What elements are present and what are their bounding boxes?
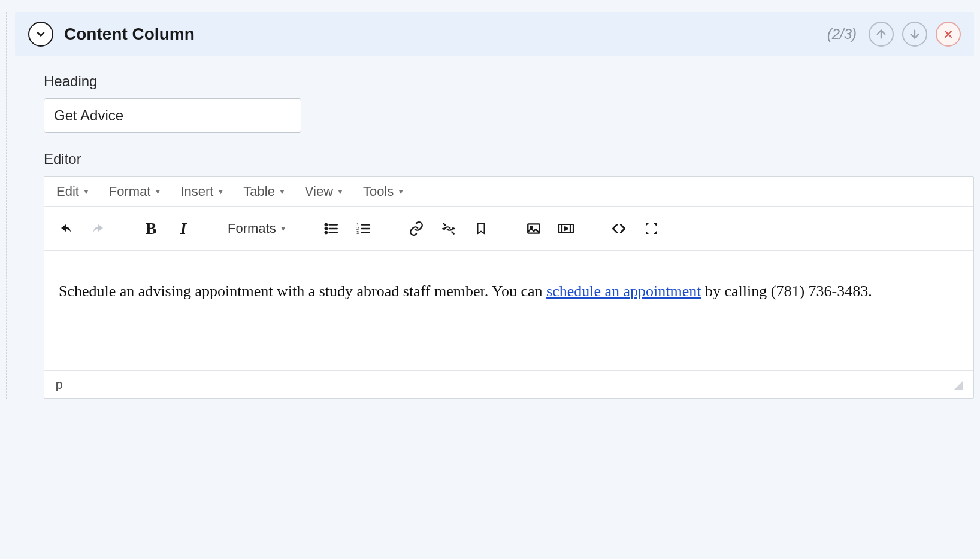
close-icon: [942, 28, 954, 40]
formats-label: Formats: [228, 221, 276, 236]
heading-label: Heading: [44, 73, 974, 90]
undo-button[interactable]: [53, 215, 79, 242]
anchor-button[interactable]: [468, 215, 494, 242]
schedule-appointment-link[interactable]: schedule an appointment: [546, 282, 701, 300]
image-icon: [526, 221, 542, 236]
bullet-list-button[interactable]: [318, 215, 344, 242]
delete-button[interactable]: [936, 22, 961, 47]
collapse-toggle-button[interactable]: [28, 22, 53, 47]
code-icon: [611, 221, 627, 236]
svg-line-17: [452, 232, 453, 233]
menu-tools[interactable]: Tools▼: [363, 184, 404, 199]
numbered-list-button[interactable]: 123: [350, 215, 377, 242]
numbered-list-icon: 123: [356, 221, 371, 236]
menu-table-label: Table: [243, 184, 275, 199]
svg-line-16: [443, 223, 445, 225]
menu-insert[interactable]: Insert▼: [180, 184, 224, 199]
italic-button[interactable]: I: [170, 215, 196, 242]
panel-title: Content Column: [64, 25, 195, 44]
bookmark-icon: [474, 221, 488, 236]
move-up-button[interactable]: [869, 22, 894, 47]
caret-down-icon: ▼: [217, 187, 224, 196]
source-code-button[interactable]: [606, 215, 632, 242]
arrow-down-icon: [908, 28, 921, 41]
panel-header: Content Column (2/3): [15, 12, 974, 56]
editor-content-area[interactable]: Schedule an advising appointment with a …: [44, 251, 973, 370]
resize-grip[interactable]: [953, 380, 963, 390]
menu-format-label: Format: [109, 184, 151, 199]
menu-table[interactable]: Table▼: [243, 184, 285, 199]
bullet-list-icon: [323, 221, 339, 236]
heading-input[interactable]: [44, 98, 301, 133]
caret-down-icon: ▼: [397, 187, 404, 196]
insert-media-button[interactable]: [553, 215, 579, 242]
menu-format[interactable]: Format▼: [109, 184, 162, 199]
editor-menubar: Edit▼ Format▼ Insert▼ Table▼ View▼ Tools…: [44, 177, 973, 207]
caret-down-icon: ▼: [337, 187, 344, 196]
status-path[interactable]: p: [55, 377, 63, 392]
fullscreen-button[interactable]: [638, 215, 664, 242]
menu-view-label: View: [305, 184, 333, 199]
redo-icon: [91, 221, 105, 236]
fullscreen-icon: [644, 221, 658, 236]
content-text-prefix: Schedule an advising appointment with a …: [59, 282, 546, 300]
svg-point-4: [325, 224, 326, 226]
remove-link-button[interactable]: [435, 215, 462, 242]
menu-edit-label: Edit: [56, 184, 79, 199]
editor-label: Editor: [44, 151, 974, 168]
arrow-up-icon: [875, 28, 888, 41]
editor-statusbar: p: [44, 370, 973, 398]
panel-header-right: (2/3): [827, 22, 961, 47]
menu-edit[interactable]: Edit▼: [56, 184, 90, 199]
menu-insert-label: Insert: [180, 184, 213, 199]
redo-button[interactable]: [85, 215, 111, 242]
editor-toolbar: B I Formats ▼ 123: [44, 207, 973, 251]
unlink-icon: [441, 221, 456, 236]
svg-point-8: [325, 232, 326, 233]
chevron-down-icon: [35, 28, 47, 40]
svg-point-6: [325, 227, 326, 229]
rich-text-editor: Edit▼ Format▼ Insert▼ Table▼ View▼ Tools…: [44, 176, 974, 399]
caret-down-icon: ▼: [280, 224, 287, 233]
insert-image-button[interactable]: [521, 215, 547, 242]
video-icon: [558, 221, 574, 236]
content-text-suffix: by calling (781) 736-3483.: [701, 282, 872, 300]
caret-down-icon: ▼: [83, 187, 90, 196]
svg-text:3: 3: [356, 230, 359, 235]
svg-marker-25: [565, 227, 568, 230]
menu-tools-label: Tools: [363, 184, 394, 199]
editor-paragraph: Schedule an advising appointment with a …: [59, 278, 959, 305]
menu-view[interactable]: View▼: [305, 184, 344, 199]
panel-counter: (2/3): [827, 26, 857, 42]
editor-field-label-block: Editor: [15, 151, 974, 168]
panel-header-left: Content Column: [28, 22, 195, 47]
caret-down-icon: ▼: [155, 187, 162, 196]
move-down-button[interactable]: [902, 22, 927, 47]
caret-down-icon: ▼: [279, 187, 286, 196]
link-icon: [409, 221, 424, 236]
bold-button[interactable]: B: [138, 215, 164, 242]
formats-dropdown[interactable]: Formats ▼: [223, 215, 292, 242]
heading-field: Heading: [15, 73, 974, 133]
insert-link-button[interactable]: [403, 215, 429, 242]
undo-icon: [59, 221, 73, 236]
